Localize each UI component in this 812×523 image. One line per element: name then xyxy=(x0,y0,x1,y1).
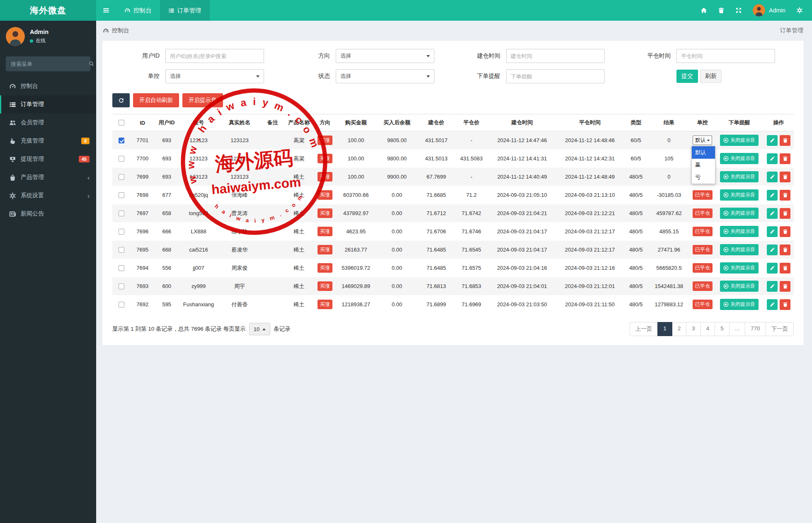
column-header[interactable]: 下单提醒 xyxy=(715,114,764,131)
user-menu[interactable]: Admin xyxy=(753,4,785,17)
sidebar-item-6[interactable]: 系统设置‹ xyxy=(0,186,96,205)
filter-select[interactable]: 选择 xyxy=(336,69,434,83)
delete-button[interactable] xyxy=(780,281,790,292)
refresh-table-button[interactable] xyxy=(112,93,130,107)
delete-button[interactable] xyxy=(780,208,790,219)
edit-button[interactable] xyxy=(767,208,778,219)
row-checkbox[interactable] xyxy=(119,192,124,198)
app-logo[interactable]: 海外微盘 xyxy=(0,0,96,21)
delete-button[interactable] xyxy=(780,172,790,182)
row-checkbox[interactable] xyxy=(119,265,124,271)
mute-alert-button[interactable]: 关闭提示音 xyxy=(720,208,759,219)
page-上一页[interactable]: 上一页 xyxy=(630,322,658,336)
delete-button[interactable] xyxy=(780,299,790,310)
column-header[interactable]: 建仓价 xyxy=(418,114,455,131)
edit-button[interactable] xyxy=(767,172,778,182)
control-option-1[interactable]: 赢 xyxy=(692,159,715,171)
column-header[interactable]: 真实姓名 xyxy=(218,114,261,131)
mute-alert-button[interactable]: 关闭提示音 xyxy=(720,262,759,274)
sidebar-item-1[interactable]: 订单管理 xyxy=(0,95,96,114)
sidebar-toggle-button[interactable] xyxy=(96,0,116,21)
column-header[interactable]: 操作 xyxy=(764,114,794,131)
trash-icon[interactable] xyxy=(718,7,725,14)
filter-select[interactable]: 选择 xyxy=(165,69,264,83)
row-checkbox[interactable] xyxy=(119,156,124,162)
page-1[interactable]: 1 xyxy=(657,322,672,336)
column-header[interactable]: 购买金额 xyxy=(336,114,376,131)
filter-input[interactable] xyxy=(507,53,604,59)
delete-button[interactable] xyxy=(780,245,790,255)
column-header[interactable]: 账号 xyxy=(179,114,218,131)
control-option-0[interactable]: 默认 xyxy=(692,146,715,159)
row-checkbox[interactable] xyxy=(119,247,124,253)
submit-button[interactable]: 提交 xyxy=(676,70,698,83)
mute-alert-button[interactable]: 关闭提示音 xyxy=(720,135,759,146)
auto-refresh-button[interactable]: 开启自动刷新 xyxy=(133,93,179,107)
fullscreen-icon[interactable] xyxy=(735,7,742,14)
sidebar-item-0[interactable]: 控制台 xyxy=(0,77,96,95)
edit-button[interactable] xyxy=(767,263,778,274)
column-header[interactable]: 平仓时间 xyxy=(556,114,624,131)
page-5[interactable]: 5 xyxy=(715,322,730,336)
column-header[interactable]: 平仓价 xyxy=(455,114,488,131)
settings-gears-icon[interactable] xyxy=(796,7,803,14)
refresh-button[interactable]: 刷新 xyxy=(700,70,722,83)
mute-alert-button[interactable]: 关闭提示音 xyxy=(720,226,759,237)
row-checkbox[interactable] xyxy=(119,138,124,143)
mute-alert-button[interactable]: 关闭提示音 xyxy=(720,244,759,255)
page-2[interactable]: 2 xyxy=(672,322,687,336)
breadcrumb-left[interactable]: 控制台 xyxy=(112,27,129,34)
column-header[interactable]: 方向 xyxy=(314,114,336,131)
sidebar-search-input[interactable] xyxy=(6,61,89,67)
column-header[interactable]: 结果 xyxy=(648,114,690,131)
edit-button[interactable] xyxy=(767,153,778,164)
row-checkbox[interactable] xyxy=(119,211,124,216)
column-header[interactable]: 建仓时间 xyxy=(488,114,556,131)
edit-button[interactable] xyxy=(767,245,778,255)
sidebar-item-2[interactable]: 会员管理 xyxy=(0,114,96,132)
page-3[interactable]: 3 xyxy=(686,322,701,336)
filter-input[interactable] xyxy=(507,73,604,80)
column-header[interactable]: ID xyxy=(131,114,154,131)
page-下一页[interactable]: 下一页 xyxy=(766,322,794,336)
edit-button[interactable] xyxy=(767,190,778,201)
delete-button[interactable] xyxy=(780,153,790,164)
sidebar-item-7[interactable]: 新闻公告 xyxy=(0,205,96,223)
row-checkbox[interactable] xyxy=(119,229,124,235)
mute-alert-button[interactable]: 关闭提示音 xyxy=(720,153,759,164)
column-header[interactable]: 用户ID xyxy=(154,114,179,131)
page-4[interactable]: 4 xyxy=(701,322,715,336)
edit-button[interactable] xyxy=(767,281,778,292)
edit-button[interactable] xyxy=(767,226,778,237)
filter-select[interactable]: 选择 xyxy=(336,49,434,63)
control-option-2[interactable]: 亏 xyxy=(692,171,715,184)
nav-tab-dashboard[interactable]: 控制台 xyxy=(116,0,160,21)
select-all-checkbox[interactable] xyxy=(119,120,124,126)
column-header[interactable]: 买入后余额 xyxy=(376,114,418,131)
delete-button[interactable] xyxy=(780,263,790,274)
per-page-select[interactable]: 10 xyxy=(249,323,270,335)
row-checkbox[interactable] xyxy=(119,283,124,289)
column-header[interactable]: 单控 xyxy=(690,114,715,131)
sidebar-item-5[interactable]: 产品管理‹ xyxy=(0,168,96,186)
edit-button[interactable] xyxy=(767,299,778,310)
column-header[interactable]: 备注 xyxy=(261,114,284,131)
mute-alert-button[interactable]: 关闭提示音 xyxy=(720,171,759,182)
sidebar-item-4[interactable]: 提现管理45 xyxy=(0,150,96,168)
home-icon[interactable] xyxy=(701,7,707,14)
row-checkbox[interactable] xyxy=(119,302,124,308)
sidebar-item-3[interactable]: 充值管理0 xyxy=(0,132,96,150)
sound-toggle-button[interactable]: 开启提示音 xyxy=(182,93,223,107)
page-...[interactable]: ... xyxy=(729,322,745,336)
page-770[interactable]: 770 xyxy=(745,322,766,336)
delete-button[interactable] xyxy=(780,226,790,237)
control-select[interactable]: 默认 xyxy=(693,136,712,145)
column-header[interactable]: 类型 xyxy=(624,114,648,131)
column-header[interactable]: 产品名称 xyxy=(284,114,314,131)
filter-input[interactable] xyxy=(677,53,775,59)
row-checkbox[interactable] xyxy=(119,174,124,180)
delete-button[interactable] xyxy=(780,135,790,146)
mute-alert-button[interactable]: 关闭提示音 xyxy=(720,189,759,201)
mute-alert-button[interactable]: 关闭提示音 xyxy=(720,281,759,292)
delete-button[interactable] xyxy=(780,190,790,201)
